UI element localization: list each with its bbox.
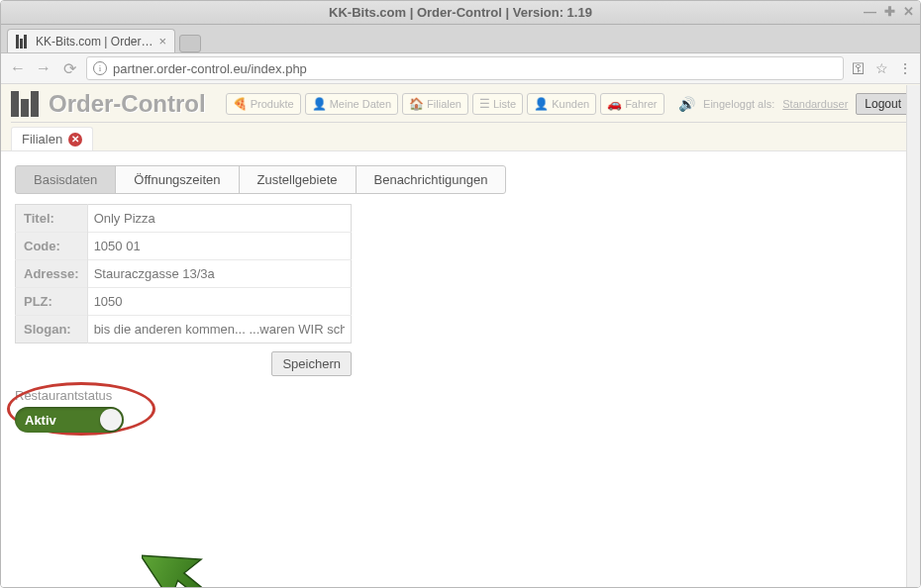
label-plz: PLZ: <box>16 288 88 316</box>
favicon-icon <box>16 35 30 49</box>
nav-filialen[interactable]: 🏠Filialen <box>402 93 468 115</box>
tab-zustellgebiete[interactable]: Zustellgebiete <box>239 165 357 194</box>
url-box[interactable]: i partner.order-control.eu/index.php <box>86 56 844 80</box>
app-logo-icon <box>11 91 39 117</box>
breadcrumb-label: Filialen <box>22 132 62 147</box>
app-title: Order-Control <box>49 90 206 118</box>
label-titel: Titel: <box>16 205 88 233</box>
restaurant-status-area: Restaurantstatus Aktiv <box>15 388 213 433</box>
car-icon: 🚗 <box>607 97 622 111</box>
status-heading: Restaurantstatus <box>15 388 213 403</box>
input-slogan[interactable] <box>94 322 345 337</box>
tab-title: KK-Bits.com | Order… <box>36 35 153 49</box>
person-icon: 👤 <box>312 97 327 111</box>
input-plz[interactable] <box>94 294 345 309</box>
pizza-icon: 🍕 <box>233 97 248 111</box>
top-nav: 🍕Produkte 👤Meine Daten 🏠Filialen ☰Liste … <box>226 93 665 115</box>
nav-meine-daten[interactable]: 👤Meine Daten <box>305 93 398 115</box>
label-adresse: Adresse: <box>16 260 88 288</box>
basisdaten-form: Titel: Code: Adresse: PLZ: Slogan: <box>15 204 352 343</box>
label-code: Code: <box>16 233 88 260</box>
new-tab-button[interactable] <box>179 35 201 52</box>
back-icon[interactable]: ← <box>9 59 27 77</box>
os-titlebar: KK-Bits.com | Order-Control | Version: 1… <box>1 1 920 25</box>
app-header-area: Order-Control 🍕Produkte 👤Meine Daten 🏠Fi… <box>1 84 920 151</box>
main-panel: Basisdaten Öffnungszeiten Zustellgebiete… <box>1 151 920 588</box>
login-prefix: Eingeloggt als: <box>703 98 774 110</box>
label-slogan: Slogan: <box>16 316 88 343</box>
site-info-icon[interactable]: i <box>93 61 107 75</box>
address-bar: ← → ⟳ i partner.order-control.eu/index.p… <box>1 52 920 84</box>
tab-basisdaten[interactable]: Basisdaten <box>15 165 116 194</box>
tab-strip: KK-Bits.com | Order… × <box>1 25 920 52</box>
tab-benachrichtigungen[interactable]: Benachrichtigungen <box>356 165 507 194</box>
toggle-label: Aktiv <box>25 413 56 428</box>
input-titel[interactable] <box>94 211 345 226</box>
status-toggle[interactable]: Aktiv <box>15 407 124 433</box>
house-icon: 🏠 <box>409 97 424 111</box>
nav-produkte[interactable]: 🍕Produkte <box>226 93 301 115</box>
list-icon: ☰ <box>479 97 490 111</box>
close-icon[interactable]: ✕ <box>68 133 82 147</box>
bookmark-icon[interactable]: ☆ <box>875 60 888 76</box>
person-icon: 👤 <box>534 97 549 111</box>
nav-liste[interactable]: ☰Liste <box>472 93 523 115</box>
scrollbar[interactable] <box>906 85 920 587</box>
window-maximize-icon[interactable]: ✚ <box>884 4 895 19</box>
tab-close-icon[interactable]: × <box>158 34 166 49</box>
input-adresse[interactable] <box>94 266 345 281</box>
reload-icon[interactable]: ⟳ <box>60 59 78 78</box>
url-text: partner.order-control.eu/index.php <box>113 61 307 76</box>
tab-oeffnungszeiten[interactable]: Öffnungszeiten <box>115 165 239 194</box>
save-button[interactable]: Speichern <box>271 351 352 376</box>
nav-fahrer[interactable]: 🚗Fahrer <box>600 93 664 115</box>
window-close-icon[interactable]: ✕ <box>903 4 914 19</box>
browser-menu-icon[interactable]: ⋮ <box>898 60 912 76</box>
nav-kunden[interactable]: 👤Kunden <box>527 93 596 115</box>
cursor-arrow-icon <box>142 538 211 588</box>
forward-icon[interactable]: → <box>35 59 52 77</box>
input-code[interactable] <box>94 239 345 253</box>
speaker-icon[interactable]: 🔊 <box>678 96 695 112</box>
subtab-bar: Basisdaten Öffnungszeiten Zustellgebiete… <box>15 165 906 194</box>
site-permission-icon[interactable]: ⚿ <box>852 60 866 76</box>
toggle-knob-icon <box>100 409 122 431</box>
login-user-link[interactable]: Standarduser <box>782 98 848 110</box>
browser-tab[interactable]: KK-Bits.com | Order… × <box>7 29 175 52</box>
breadcrumb: Filialen ✕ <box>11 127 93 150</box>
window-minimize-icon[interactable]: — <box>864 4 876 19</box>
os-title: KK-Bits.com | Order-Control | Version: 1… <box>329 5 592 20</box>
logout-button[interactable]: Logout <box>856 93 910 115</box>
